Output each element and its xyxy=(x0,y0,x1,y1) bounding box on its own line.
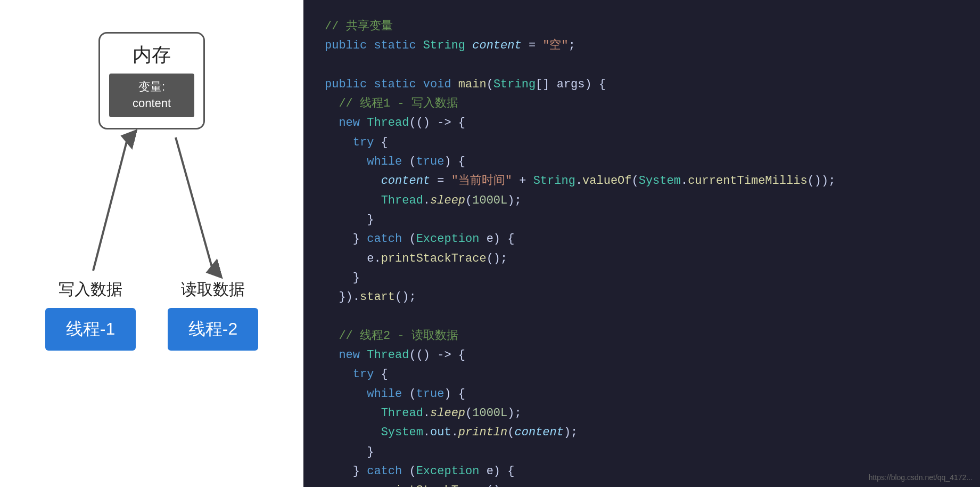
svg-line-2 xyxy=(93,137,128,271)
thread2-button[interactable]: 线程-2 xyxy=(168,308,258,351)
code-display: // 共享变量 public static String content = "… xyxy=(303,0,980,487)
thread1-col: 写入数据 线程-1 xyxy=(45,279,136,351)
variable-box: 变量: content xyxy=(109,74,194,117)
arrows-area xyxy=(35,129,269,279)
left-panel: 内存 变量: content xyxy=(0,0,303,487)
thread1-button[interactable]: 线程-1 xyxy=(45,308,136,351)
thread2-col: 读取数据 线程-2 xyxy=(168,279,258,351)
memory-title: 内存 xyxy=(133,42,171,68)
arrows-svg xyxy=(35,129,269,279)
bottom-area: 写入数据 线程-1 读取数据 线程-2 xyxy=(45,279,258,351)
svg-line-3 xyxy=(176,137,213,271)
diagram-area: 内存 变量: content xyxy=(0,32,303,351)
right-panel: // 共享变量 public static String content = "… xyxy=(303,0,980,487)
thread1-label: 写入数据 xyxy=(59,279,122,301)
variable-line1: 变量: xyxy=(138,80,165,93)
watermark: https://blog.csdn.net/qq_4172... xyxy=(869,473,973,482)
thread2-label: 读取数据 xyxy=(181,279,245,301)
memory-box: 内存 变量: content xyxy=(98,32,205,129)
variable-line2: content xyxy=(133,96,171,110)
